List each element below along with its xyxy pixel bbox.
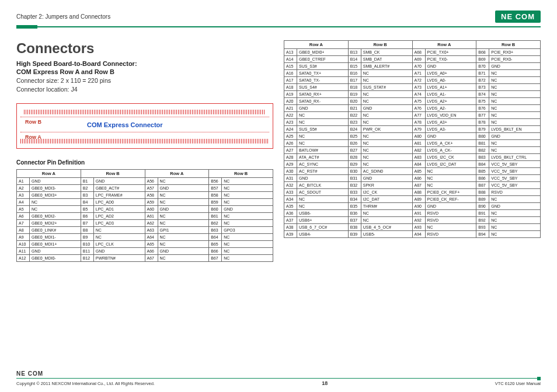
table-cell: B20: [348, 98, 361, 105]
table-cell: LVDS_A0+: [425, 70, 476, 77]
table-cell: GND: [489, 63, 541, 70]
table-cell: AC_SYNC: [297, 161, 349, 168]
table-cell: LVDS_I2C_DAT: [425, 161, 476, 168]
table-cell: USB_4_5_OC#: [361, 224, 412, 231]
subtitle-line-1: High Speed Board-to-Board Connector:: [16, 60, 273, 67]
table-cell: LPC_AD3: [93, 220, 145, 227]
table-cell: I2C_DAT: [361, 196, 412, 203]
table-cell: GND: [361, 175, 412, 182]
table-cell: GND: [158, 248, 209, 255]
table-cell: B58: [209, 192, 222, 199]
table-cell: A33: [284, 189, 297, 196]
table-cell: NC: [361, 98, 412, 105]
table-cell: SATA0_RX-: [297, 98, 349, 105]
table-row: A5NCB5LPC_AD1A60GNDB60GND: [17, 206, 273, 213]
table-cell: A15: [284, 63, 297, 70]
table-row: A12GBE0_MDI0-B12PWRBTN#A67NCB67NC: [17, 255, 273, 262]
table-cell: B26: [348, 140, 361, 147]
table-cell: NC: [361, 161, 412, 168]
table-cell: BATLOW#: [297, 147, 349, 154]
page-footer: NE COM Copyright © 2011 NEXCOM Internati…: [16, 370, 541, 386]
table-cell: A20: [284, 98, 297, 105]
table-cell: A19: [284, 91, 297, 98]
table-cell: B60: [209, 206, 222, 213]
table-cell: NC: [93, 234, 145, 241]
table-cell: A81: [412, 140, 425, 147]
table-cell: A86: [412, 175, 425, 182]
table-cell: NC: [361, 77, 412, 84]
table-cell: A62: [145, 220, 158, 227]
table-row: A30AC_RST#B30AC_SDIN0A85NCB85VCC_5V_SBY: [284, 168, 541, 175]
table-cell: LVDS_VDD_EN: [425, 112, 476, 119]
table-cell: A9: [17, 234, 30, 241]
table-cell: B16: [348, 70, 361, 77]
table-cell: B1: [81, 178, 93, 185]
table-cell: B9: [81, 234, 93, 241]
table-cell: B81: [476, 140, 489, 147]
table-cell: B86: [476, 175, 489, 182]
table-cell: A14: [284, 56, 297, 63]
table-cell: LVDS_A_CK+: [425, 140, 476, 147]
chapter-label: Chapter 2: Jumpers and Connectors: [16, 13, 110, 20]
table-cell: LVDS_A2+: [425, 98, 476, 105]
table-cell: B70: [476, 63, 489, 70]
page-header: Chapter 2: Jumpers and Connectors NE COM: [16, 10, 541, 25]
table-row: A38USB_6_7_OC#B38USB_4_5_OC#A93NCB93NC: [284, 224, 541, 231]
table-cell: NC: [158, 178, 209, 185]
table-cell: A31: [284, 175, 297, 182]
table-cell: B27: [348, 147, 361, 154]
table-cell: B92: [476, 217, 489, 224]
table-cell: NC: [158, 199, 209, 206]
table-cell: LVDS_BKLT_CTRL: [489, 154, 541, 161]
table-cell: I2C_CK: [361, 189, 412, 196]
table-cell: NC: [361, 210, 412, 217]
table-row: A11GNDB11GNDA66GNDB66NC: [17, 248, 273, 255]
table-row: A25NCB25NCA80GNDB80GND: [284, 133, 541, 140]
table-cell: B17: [348, 77, 361, 84]
table-cell: NC: [489, 98, 541, 105]
table-cell: SATA0_RX+: [297, 91, 349, 98]
table-row: A28ATA_ACT#B28NCA83LVDS_I2C_CKB83LVDS_BK…: [284, 154, 541, 161]
table-cell: B90: [476, 203, 489, 210]
table-cell: NC: [222, 234, 273, 241]
th-row-a: Row A: [145, 170, 209, 178]
table-cell: USB_6_7_OC#: [297, 224, 349, 231]
table-cell: NC: [361, 133, 412, 140]
table-cell: B39: [348, 231, 361, 238]
table-cell: A29: [284, 161, 297, 168]
connector-size: Connector size: 2 x 110 = 220 pins: [16, 77, 273, 84]
table-cell: B5: [81, 206, 93, 213]
table-cell: LPC_FRAME#: [93, 192, 145, 199]
table-cell: B23: [348, 119, 361, 126]
table-cell: SUS_STAT#: [361, 84, 412, 91]
table-cell: NC: [489, 70, 541, 77]
table-cell: B34: [348, 196, 361, 203]
table-cell: SPKR: [361, 182, 412, 189]
table-cell: NC: [489, 147, 541, 154]
table-cell: A61: [145, 213, 158, 220]
table-cell: NC: [489, 210, 541, 217]
table-cell: NC: [93, 227, 145, 234]
table-cell: LVDS_A1-: [425, 91, 476, 98]
table-row: A33AC_SDOUTB33I2C_CKA88PCIE0_CK_REF+B88R…: [284, 189, 541, 196]
table-cell: NC: [361, 119, 412, 126]
table-cell: A89: [412, 196, 425, 203]
th-row-b: Row B: [476, 41, 541, 49]
table-cell: B19: [348, 91, 361, 98]
table-cell: B62: [209, 220, 222, 227]
table-cell: B38: [348, 224, 361, 231]
table-cell: B79: [476, 126, 489, 133]
table-cell: NC: [489, 224, 541, 231]
table-cell: GND: [489, 133, 541, 140]
table-cell: A66: [145, 248, 158, 255]
table-row: A7GBE0_MDI2+B7LPC_AD3A62NCB62NC: [17, 220, 273, 227]
table-cell: A65: [145, 241, 158, 248]
table-row: A35NCB35THRM#A90GNDB90GND: [284, 203, 541, 210]
table-cell: GBE0_MDI1+: [30, 241, 81, 248]
table-cell: B87: [476, 182, 489, 189]
table-cell: A34: [284, 196, 297, 203]
table-cell: GBE0_MDI3+: [30, 192, 81, 199]
table-cell: A7: [17, 220, 30, 227]
table-cell: B35: [348, 203, 361, 210]
table-row: A27BATLOW#B27NCA82LVDS_A_CK-B82NC: [284, 147, 541, 154]
